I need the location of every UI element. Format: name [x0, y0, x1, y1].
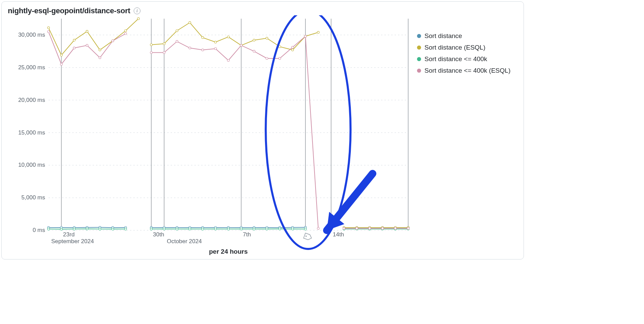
legend-dot-icon [417, 34, 421, 38]
legend-item-2[interactable]: Sort distance <= 400k [416, 53, 512, 65]
panel-title: nightly-esql-geopoint/distance-sort [8, 6, 130, 15]
svg-point-99 [266, 228, 268, 230]
svg-point-59 [99, 49, 101, 51]
svg-text:15,000 ms: 15,000 ms [18, 129, 45, 136]
svg-point-72 [266, 37, 268, 39]
svg-point-114 [112, 40, 114, 42]
svg-point-55 [48, 27, 50, 29]
svg-point-132 [368, 228, 371, 230]
svg-point-90 [150, 228, 152, 230]
svg-point-62 [137, 18, 139, 20]
svg-point-128 [304, 35, 306, 37]
svg-text:30,000 ms: 30,000 ms [18, 32, 45, 38]
svg-point-129 [317, 227, 319, 229]
svg-point-124 [253, 50, 255, 52]
legend-label: Sort distance <= 400k [424, 55, 487, 63]
legend-item-1[interactable]: Sort distance (ESQL) [416, 42, 512, 53]
svg-point-100 [279, 228, 281, 230]
svg-point-86 [86, 228, 88, 230]
svg-point-127 [291, 46, 293, 48]
svg-text:October 2024: October 2024 [167, 238, 202, 245]
legend-label: Sort distance <= 400k (ESQL) [424, 67, 510, 74]
svg-point-58 [86, 30, 88, 32]
svg-point-69 [227, 36, 229, 38]
svg-text:23rd: 23rd [63, 231, 75, 238]
svg-point-61 [125, 30, 127, 32]
svg-point-85 [73, 228, 75, 230]
svg-point-68 [214, 41, 216, 43]
svg-text:10,000 ms: 10,000 ms [18, 162, 45, 168]
svg-point-57 [73, 39, 75, 41]
svg-text:per 24 hours: per 24 hours [209, 248, 248, 255]
svg-point-122 [227, 59, 229, 61]
svg-text:20,000 ms: 20,000 ms [18, 97, 45, 103]
legend-dot-icon [417, 69, 421, 73]
svg-point-98 [253, 228, 255, 230]
svg-point-96 [227, 228, 229, 230]
svg-point-115 [125, 33, 127, 35]
panel-header: nightly-esql-geopoint/distance-sort i [8, 6, 517, 15]
svg-point-112 [86, 44, 88, 46]
svg-point-97 [240, 228, 242, 230]
svg-point-101 [291, 228, 293, 230]
legend-item-3[interactable]: Sort distance <= 400k (ESQL) [416, 65, 512, 76]
svg-point-113 [99, 57, 101, 59]
svg-point-118 [176, 40, 178, 42]
line-chart: 0 ms5,000 ms10,000 ms15,000 ms20,000 ms2… [8, 15, 412, 256]
svg-point-130 [343, 228, 345, 230]
svg-text:0 ms: 0 ms [33, 227, 45, 233]
svg-point-125 [266, 57, 268, 59]
svg-point-102 [304, 228, 306, 230]
svg-point-110 [60, 63, 62, 65]
svg-point-117 [163, 51, 165, 53]
svg-point-116 [150, 51, 152, 53]
legend-dot-icon [417, 46, 421, 50]
svg-text:30th: 30th [153, 231, 164, 238]
svg-point-65 [176, 30, 178, 32]
legend-dot-icon [417, 57, 421, 61]
legend-label: Sort distance (ESQL) [424, 44, 486, 51]
tag-icon [304, 233, 312, 240]
svg-point-64 [163, 43, 165, 45]
svg-text:14th: 14th [333, 231, 344, 238]
svg-point-89 [125, 228, 127, 230]
svg-point-94 [202, 228, 204, 230]
svg-point-88 [112, 228, 114, 230]
svg-point-109 [48, 31, 50, 33]
svg-point-93 [189, 228, 191, 230]
svg-point-121 [214, 48, 216, 50]
svg-text:September 2024: September 2024 [51, 238, 94, 245]
svg-point-92 [176, 228, 178, 230]
svg-text:25,000 ms: 25,000 ms [18, 64, 45, 71]
legend-label: Sort distance [424, 32, 462, 40]
svg-point-111 [73, 47, 75, 49]
svg-point-135 [407, 228, 409, 230]
chart-plot-area[interactable]: 0 ms5,000 ms10,000 ms15,000 ms20,000 ms2… [8, 15, 412, 256]
svg-point-119 [189, 47, 191, 49]
chart-panel: nightly-esql-geopoint/distance-sort i 0 … [1, 1, 524, 259]
svg-point-71 [253, 39, 255, 41]
svg-text:7th: 7th [243, 231, 251, 238]
svg-point-66 [189, 21, 191, 23]
svg-point-83 [48, 228, 50, 230]
svg-point-56 [60, 54, 62, 56]
chart-legend: Sort distanceSort distance (ESQL)Sort di… [416, 15, 512, 256]
svg-point-123 [240, 44, 242, 46]
svg-point-126 [279, 57, 281, 59]
svg-text:5,000 ms: 5,000 ms [21, 194, 45, 201]
svg-point-74 [291, 49, 293, 51]
svg-point-134 [394, 227, 396, 229]
svg-point-63 [150, 43, 152, 46]
svg-point-67 [202, 36, 204, 38]
svg-point-84 [60, 228, 62, 230]
svg-point-87 [99, 228, 101, 230]
svg-point-131 [356, 227, 358, 229]
info-icon[interactable]: i [134, 7, 140, 14]
svg-point-91 [163, 228, 165, 230]
legend-item-0[interactable]: Sort distance [416, 30, 512, 42]
svg-point-120 [202, 49, 204, 51]
svg-point-133 [381, 227, 383, 229]
svg-point-76 [317, 31, 319, 33]
svg-point-95 [214, 228, 216, 230]
svg-point-73 [279, 46, 281, 48]
